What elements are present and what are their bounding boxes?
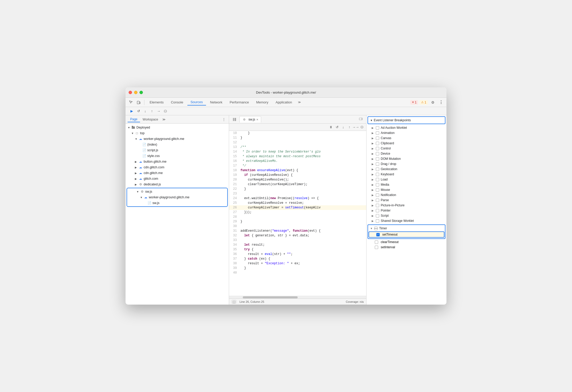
tab-close-btn[interactable]: ✕ [256,118,258,121]
step-over-btn2[interactable]: ↺ [334,124,340,130]
tree-item-dedicated[interactable]: ▶ ⚙ dedicated.js [126,182,229,187]
bp-item-control[interactable]: ▶ Control [366,146,446,151]
tree-item-stylecss[interactable]: ▶ 📄 style.css [126,153,229,159]
close-button[interactable] [129,91,132,94]
bp-item-animation[interactable]: ▶ Animation [366,130,446,135]
bp-item-media[interactable]: ▶ Media [366,182,446,187]
tab-elements[interactable]: Elements [146,99,167,105]
inspect-icon[interactable] [128,99,134,106]
bp-checkbox-15[interactable] [376,204,379,207]
tab-application[interactable]: Application [273,99,295,105]
error-badge[interactable]: ✕ 1 [410,100,418,105]
bp-checkbox-6[interactable] [376,157,379,161]
bp-checkbox-4[interactable] [376,147,379,150]
timer-section-checkbox[interactable]: — [374,227,378,230]
resume-btn[interactable]: ▶ [129,108,135,114]
bp-checkbox-9[interactable] [376,173,379,176]
tree-item-index[interactable]: ▶ 📄 (index) [126,142,229,147]
maximize-button[interactable] [140,91,143,94]
bp-item-drag-drop[interactable]: ▶ Drag / drop [366,161,446,167]
bp-checkbox-7[interactable] [376,162,379,166]
timer-checkbox-setinterval[interactable] [375,246,378,249]
bp-item-clipboard[interactable]: ▶ Clipboard [366,141,446,146]
step-into-btn[interactable]: ↓ [142,108,148,114]
step-btn[interactable]: → [156,108,162,114]
bp-item-pointer[interactable]: ▶ Pointer [366,208,446,213]
code-editor[interactable]: 10 } 11 } 12 [229,131,366,296]
bp-item-shared-storage[interactable]: ▶ Shared Storage Worklet [366,218,446,223]
deactivate-btn[interactable] [162,108,168,114]
bp-checkbox-17[interactable] [376,214,379,217]
timer-item-settimeout[interactable]: ✓ setTimeout [369,231,444,238]
editor-tab-swjs[interactable]: ⚙ sw.js ✕ [239,116,261,123]
bp-item-dom-mutation[interactable]: ▶ DOM Mutation [366,156,446,161]
bp-item-geolocation[interactable]: ▶ Geolocation [366,167,446,172]
more-tabs-icon[interactable]: ≫ [296,99,303,106]
pause-on-exception-btn[interactable]: ⏸ [328,124,334,130]
timer-checkbox-settimeout[interactable]: ✓ [376,233,380,236]
tab-sources[interactable]: Sources [187,99,206,105]
format-icon[interactable]: { } [232,300,236,304]
tab-network[interactable]: Network [207,99,226,105]
bp-checkbox-8[interactable] [376,168,379,171]
bp-checkbox-0[interactable] [376,126,379,130]
more-icon[interactable]: ≫ [161,116,167,123]
tab-console[interactable]: Console [168,99,186,105]
step-into-btn2[interactable]: ↓ [340,124,346,130]
tree-item-top[interactable]: ▼ □ top [126,130,229,136]
bp-checkbox-1[interactable] [376,131,379,135]
bp-checkbox-16[interactable] [376,209,379,212]
bp-item-parse[interactable]: ▶ Parse [366,198,446,203]
event-listener-breakpoints-header[interactable]: ▼ Event Listener Breakpoints [368,116,445,124]
continue-to-here-btn[interactable]: →→ [353,124,358,130]
bp-checkbox-11[interactable] [376,183,379,186]
device-icon[interactable] [135,99,142,106]
bp-item-keyboard[interactable]: ▶ Keyboard [366,172,446,177]
bp-checkbox-5[interactable] [376,152,379,155]
tree-item-swjs-file[interactable]: ▶ 📄 sw.js [127,200,227,206]
bp-checkbox-10[interactable] [376,178,379,181]
bp-item-device[interactable]: ▶ Device [366,151,446,156]
editor-scrollbar[interactable] [229,296,366,298]
sidebar-toggle-icon[interactable] [231,116,238,123]
warning-badge[interactable]: ⚠ 1 [420,100,428,105]
more-options-icon[interactable]: ⋮ [438,99,444,106]
bp-item-load[interactable]: ▶ Load [366,177,446,182]
scrollbar-thumb[interactable] [243,296,298,298]
bp-item-notification[interactable]: ▶ Notification [366,192,446,198]
bp-item-canvas[interactable]: ▶ Canvas [366,135,446,141]
tree-item-cdn-me[interactable]: ▶ ☁ cdn.glitch.me [126,170,229,176]
minimize-button[interactable] [134,91,137,94]
three-dot-menu[interactable]: ⋮ [221,117,227,122]
timer-checkbox-cleartimeout[interactable] [375,240,378,244]
tree-item-cdn-com[interactable]: ▶ ☁ cdn.glitch.com [126,164,229,170]
settings-icon[interactable]: ⚙ [429,99,436,106]
step-over-btn[interactable]: ↺ [135,108,142,114]
panel-toggle-icon[interactable] [357,116,364,123]
bp-checkbox-14[interactable] [376,199,379,202]
step-out-btn[interactable]: ↑ [149,108,155,114]
bp-checkbox-2[interactable] [376,137,379,140]
bp-item-pip[interactable]: ▶ Picture-in-Picture [366,203,446,208]
timer-header[interactable]: ▼ — Timer [368,225,445,231]
tree-item-scriptjs[interactable]: ▶ 📄 script.js [126,147,229,153]
tree-item-glitch[interactable]: ▶ ☁ glitch.com [126,176,229,182]
bp-item-ad-auction[interactable]: ▶ Ad Auction Worklet [366,125,446,130]
deactivate-breakpoints-btn[interactable] [359,124,365,130]
bp-checkbox-18[interactable] [376,219,379,223]
bp-item-mouse[interactable]: ▶ Mouse [366,187,446,192]
bp-checkbox-13[interactable] [376,193,379,197]
step-out-btn2[interactable]: ↑ [347,124,352,130]
tree-item-deployed[interactable]: ▼ Deployed [126,125,229,130]
bp-item-script[interactable]: ▶ Script [366,213,446,218]
tab-workspace[interactable]: Workspace [140,117,161,122]
tree-item-button[interactable]: ▶ ☁ button.glitch.me [126,159,229,164]
timer-item-setinterval[interactable]: setInterval [368,245,445,250]
tree-item-worker[interactable]: ▼ ☁ worker-playground.glitch.me [126,136,229,142]
tree-item-worker-inner[interactable]: ▼ ☁ worker-playground.glitch.me [127,194,227,200]
bp-checkbox-3[interactable] [376,142,379,145]
tab-performance[interactable]: Performance [226,99,252,105]
bp-checkbox-12[interactable] [376,188,379,192]
tab-memory[interactable]: Memory [253,99,272,105]
tree-item-swjs-top[interactable]: ▼ ⚙ sw.js [127,189,227,194]
